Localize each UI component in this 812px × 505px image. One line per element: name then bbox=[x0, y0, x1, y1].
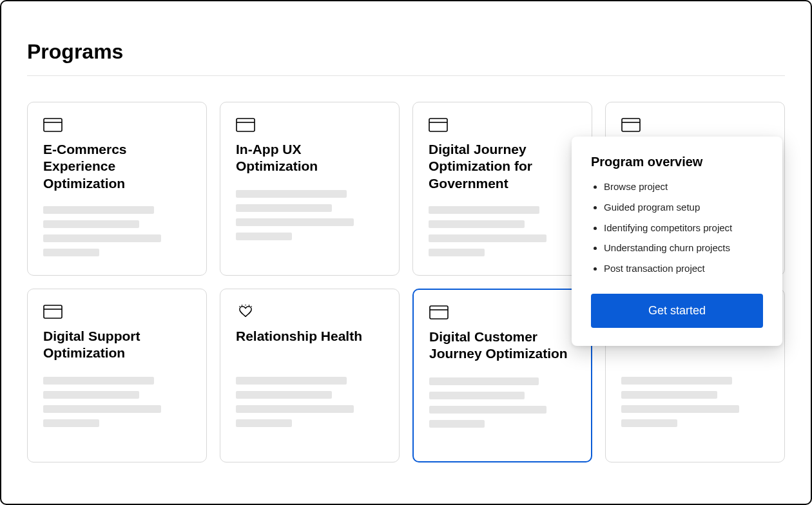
card-icon bbox=[429, 118, 448, 132]
heart-icon bbox=[236, 305, 255, 319]
svg-point-13 bbox=[249, 305, 250, 306]
program-card-title: E-Commercs Experience Optimization bbox=[43, 141, 191, 192]
program-card-title: Digital Journey Optimization for Governm… bbox=[429, 141, 576, 192]
program-card-title: Relationship Health bbox=[236, 328, 383, 363]
popover-item[interactable]: Browse project bbox=[604, 180, 763, 194]
popover-item[interactable]: Guided program setup bbox=[604, 200, 763, 214]
popover-item[interactable]: Post transaction project bbox=[604, 262, 763, 276]
program-card[interactable]: In-App UX Optimization bbox=[220, 102, 400, 276]
svg-rect-2 bbox=[237, 119, 255, 131]
skeleton bbox=[43, 377, 191, 427]
program-card-selected[interactable]: Digital Customer Journey Optimization bbox=[412, 289, 592, 462]
skeleton bbox=[236, 190, 383, 240]
card-icon bbox=[43, 305, 63, 319]
card-icon bbox=[429, 305, 449, 319]
program-card[interactable]: Digital Support Optimization bbox=[27, 289, 207, 462]
popover-item[interactable]: Understanding churn projects bbox=[604, 241, 763, 255]
skeleton bbox=[429, 377, 575, 428]
svg-point-14 bbox=[251, 306, 252, 307]
program-card-title: Digital Customer Journey Optimization bbox=[429, 329, 575, 363]
svg-point-11 bbox=[242, 305, 243, 306]
skeleton bbox=[621, 377, 769, 427]
skeleton bbox=[236, 377, 383, 427]
svg-rect-6 bbox=[622, 119, 640, 131]
skeleton bbox=[43, 206, 191, 256]
app-frame: Programs E-Commercs Experience Optimizat… bbox=[0, 0, 812, 505]
program-card[interactable]: Digital Journey Optimization for Governm… bbox=[412, 102, 592, 276]
popover-item[interactable]: Identifying competitors project bbox=[604, 221, 763, 235]
program-card-title: In-App UX Optimization bbox=[236, 141, 383, 176]
svg-rect-8 bbox=[44, 305, 62, 318]
popover-title: Program overview bbox=[591, 155, 763, 169]
card-icon bbox=[621, 118, 641, 132]
svg-point-10 bbox=[239, 306, 240, 307]
card-icon bbox=[236, 118, 255, 132]
program-card[interactable]: Relationship Health bbox=[220, 289, 400, 462]
get-started-button[interactable]: Get started bbox=[591, 294, 763, 328]
skeleton bbox=[429, 206, 576, 256]
program-overview-popover: Program overview Browse project Guided p… bbox=[572, 137, 782, 346]
card-icon bbox=[43, 118, 63, 132]
svg-rect-15 bbox=[430, 306, 448, 319]
svg-point-12 bbox=[245, 305, 246, 305]
popover-list: Browse project Guided program setup Iden… bbox=[591, 180, 763, 276]
divider bbox=[27, 75, 785, 76]
svg-rect-4 bbox=[429, 119, 447, 131]
program-card[interactable]: E-Commercs Experience Optimization bbox=[27, 102, 207, 276]
program-card-title: Digital Support Optimization bbox=[43, 328, 191, 363]
page-title: Programs bbox=[27, 40, 785, 64]
svg-rect-0 bbox=[44, 119, 62, 131]
